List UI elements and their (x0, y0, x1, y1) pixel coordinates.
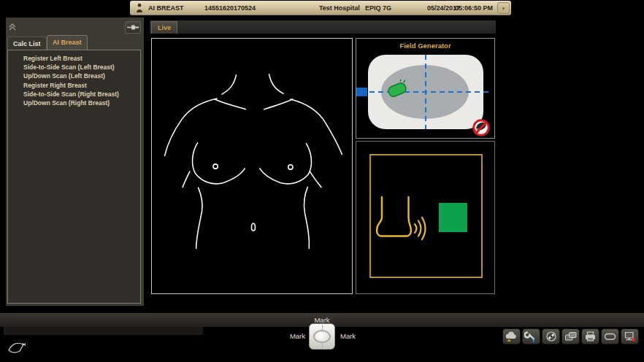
exam-id: 14551620170524 (204, 4, 256, 12)
patient-icon (136, 3, 143, 13)
tab-ai-breast[interactable]: AI Breast (47, 35, 88, 50)
sensor-status-graphic (356, 142, 494, 293)
workstation-button[interactable] (621, 328, 639, 344)
cloud-warning-icon (505, 331, 518, 343)
header-dropdown-button[interactable]: ▼ (497, 2, 510, 14)
service-button[interactable]: i (522, 328, 540, 344)
sector-orientation-icon (7, 340, 26, 355)
protocol-item-register-right[interactable]: Register Right Breast (8, 81, 140, 90)
hospital-name: Test Hospital (319, 4, 360, 12)
probe-outline-icon (377, 197, 411, 236)
review-images-button[interactable] (561, 328, 580, 344)
sidebar: Calc List AI Breast Register Left Breast… (6, 18, 144, 306)
workstation-offline-icon (623, 331, 637, 343)
body-diagram-panel (151, 38, 353, 294)
tab-calc-list[interactable]: Calc List (7, 36, 47, 50)
time-text: 05:06:50 PM (455, 4, 493, 12)
trackball-ball-icon (313, 330, 331, 343)
protocol-item-updown-left[interactable]: Up/Down Scan (Left Breast) (8, 72, 140, 80)
protocol-item-updown-right[interactable]: Up/Down Scan (Right Breast) (8, 99, 140, 107)
protocol-item-register-left[interactable]: Register Left Breast (8, 54, 140, 63)
protocol-list: Register Left Breast Side-to-Side Scan (… (7, 50, 141, 304)
capsule-icon (603, 331, 617, 342)
pin-button[interactable] (125, 21, 141, 34)
sensor-green-square (439, 203, 467, 232)
pin-icon (126, 22, 140, 33)
chevron-down-icon: ▼ (502, 7, 506, 11)
trackball-left-label: Mark (286, 332, 305, 340)
field-generator-graphic (356, 39, 494, 138)
breast-body-diagram (152, 39, 352, 293)
trackball-substrip (4, 327, 203, 335)
capsule-button[interactable] (601, 328, 619, 344)
images-icon (564, 331, 578, 342)
trackball-right-label: Mark (340, 332, 359, 340)
printer-icon (583, 331, 597, 342)
field-generator-panel: Field Generator (356, 38, 495, 139)
sensor-status-panel (356, 141, 495, 294)
cloud-warning-button[interactable] (502, 328, 521, 344)
collapse-chevron-icon[interactable] (7, 22, 19, 34)
app-title: AI BREAST (148, 4, 184, 12)
header-bar: AI BREAST 14551620170524 Test Hospital E… (130, 1, 511, 15)
disc-button[interactable] (542, 328, 560, 344)
system-name: EPIQ 7G (365, 4, 391, 12)
trackball-widget[interactable] (309, 323, 335, 350)
print-button[interactable] (581, 328, 599, 344)
disc-icon (545, 331, 558, 342)
no-metal-warning-icon (473, 120, 489, 136)
tab-live[interactable]: Live (151, 21, 177, 34)
wrench-info-icon: i (524, 331, 538, 343)
image-tab-strip: Live (150, 20, 496, 34)
sound-waves-icon (415, 217, 426, 239)
protocol-item-sts-right[interactable]: Side-to-Side Scan (Right Breast) (8, 90, 140, 99)
svg-text:i: i (533, 336, 535, 343)
protocol-item-sts-left[interactable]: Side-to-Side Scan (Left Breast) (8, 63, 140, 72)
